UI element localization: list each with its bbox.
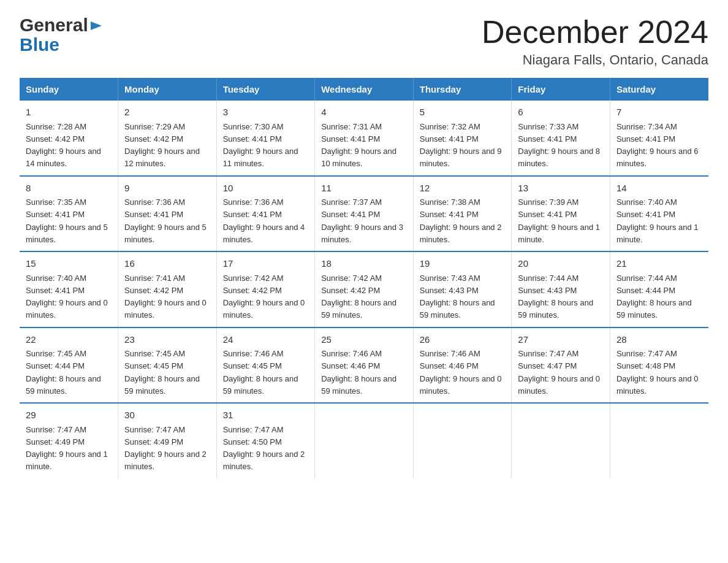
calendar-cell: 16 Sunrise: 7:41 AMSunset: 4:42 PMDaylig… (118, 251, 217, 327)
day-info: Sunrise: 7:35 AMSunset: 4:41 PMDaylight:… (26, 197, 108, 244)
logo-arrow-icon (89, 19, 103, 33)
day-number: 7 (616, 105, 702, 120)
day-info: Sunrise: 7:45 AMSunset: 4:45 PMDaylight:… (124, 349, 200, 396)
calendar-cell (610, 403, 708, 478)
calendar-table: Sunday Monday Tuesday Wednesday Thursday… (20, 78, 708, 478)
day-info: Sunrise: 7:45 AMSunset: 4:44 PMDaylight:… (26, 349, 101, 396)
calendar-cell: 13 Sunrise: 7:39 AMSunset: 4:41 PMDaylig… (512, 176, 610, 252)
calendar-cell: 20 Sunrise: 7:44 AMSunset: 4:43 PMDaylig… (512, 251, 610, 327)
day-info: Sunrise: 7:42 AMSunset: 4:42 PMDaylight:… (223, 274, 305, 320)
day-number: 18 (321, 257, 407, 271)
day-number: 11 (321, 182, 407, 196)
day-number: 12 (420, 182, 506, 196)
day-info: Sunrise: 7:47 AMSunset: 4:49 PMDaylight:… (124, 425, 207, 472)
calendar-cell: 23 Sunrise: 7:45 AMSunset: 4:45 PMDaylig… (118, 327, 217, 404)
day-number: 1 (26, 105, 112, 120)
calendar-cell: 8 Sunrise: 7:35 AMSunset: 4:41 PMDayligh… (20, 176, 118, 252)
calendar-cell: 7 Sunrise: 7:34 AMSunset: 4:41 PMDayligh… (610, 101, 708, 176)
day-info: Sunrise: 7:40 AMSunset: 4:41 PMDaylight:… (616, 197, 699, 244)
month-title: December 2024 (482, 15, 708, 50)
calendar-cell: 6 Sunrise: 7:33 AMSunset: 4:41 PMDayligh… (512, 101, 610, 176)
day-info: Sunrise: 7:42 AMSunset: 4:42 PMDaylight:… (321, 274, 396, 320)
calendar-cell: 21 Sunrise: 7:44 AMSunset: 4:44 PMDaylig… (610, 251, 708, 327)
calendar-cell: 9 Sunrise: 7:36 AMSunset: 4:41 PMDayligh… (118, 176, 217, 252)
calendar-cell: 30 Sunrise: 7:47 AMSunset: 4:49 PMDaylig… (118, 403, 217, 478)
calendar-cell: 3 Sunrise: 7:30 AMSunset: 4:41 PMDayligh… (216, 101, 315, 176)
calendar-cell: 27 Sunrise: 7:47 AMSunset: 4:47 PMDaylig… (512, 327, 610, 404)
calendar-cell: 2 Sunrise: 7:29 AMSunset: 4:42 PMDayligh… (118, 101, 217, 176)
calendar-cell: 5 Sunrise: 7:32 AMSunset: 4:41 PMDayligh… (413, 101, 512, 176)
calendar-cell: 10 Sunrise: 7:36 AMSunset: 4:41 PMDaylig… (216, 176, 315, 252)
logo-blue-text: Blue (20, 34, 59, 55)
day-info: Sunrise: 7:47 AMSunset: 4:47 PMDaylight:… (518, 349, 600, 396)
day-info: Sunrise: 7:36 AMSunset: 4:41 PMDaylight:… (124, 197, 207, 244)
day-info: Sunrise: 7:46 AMSunset: 4:46 PMDaylight:… (321, 349, 396, 396)
calendar-cell: 29 Sunrise: 7:47 AMSunset: 4:49 PMDaylig… (20, 403, 118, 478)
day-info: Sunrise: 7:41 AMSunset: 4:42 PMDaylight:… (124, 274, 207, 320)
day-number: 15 (26, 257, 112, 271)
calendar-cell: 11 Sunrise: 7:37 AMSunset: 4:41 PMDaylig… (315, 176, 414, 252)
day-number: 13 (518, 182, 604, 196)
day-number: 2 (124, 105, 210, 120)
day-info: Sunrise: 7:31 AMSunset: 4:41 PMDaylight:… (321, 122, 396, 169)
logo: General Blue (20, 15, 103, 55)
day-number: 9 (124, 182, 210, 196)
title-section: December 2024 Niagara Falls, Ontario, Ca… (482, 15, 708, 68)
calendar-cell: 18 Sunrise: 7:42 AMSunset: 4:42 PMDaylig… (315, 251, 414, 327)
col-monday: Monday (118, 78, 217, 101)
day-info: Sunrise: 7:38 AMSunset: 4:41 PMDaylight:… (420, 197, 502, 244)
calendar-cell: 31 Sunrise: 7:47 AMSunset: 4:50 PMDaylig… (216, 403, 315, 478)
col-friday: Friday (512, 78, 610, 101)
header-row: Sunday Monday Tuesday Wednesday Thursday… (20, 78, 708, 101)
day-number: 10 (223, 182, 309, 196)
calendar-week-row: 22 Sunrise: 7:45 AMSunset: 4:44 PMDaylig… (20, 327, 708, 404)
day-number: 25 (321, 333, 407, 347)
day-number: 20 (518, 257, 604, 271)
day-info: Sunrise: 7:34 AMSunset: 4:41 PMDaylight:… (616, 122, 699, 169)
calendar-cell: 24 Sunrise: 7:46 AMSunset: 4:45 PMDaylig… (216, 327, 315, 404)
calendar-week-row: 8 Sunrise: 7:35 AMSunset: 4:41 PMDayligh… (20, 176, 708, 252)
day-info: Sunrise: 7:39 AMSunset: 4:41 PMDaylight:… (518, 197, 600, 244)
calendar-cell (512, 403, 610, 478)
day-number: 30 (124, 408, 210, 423)
location-title: Niagara Falls, Ontario, Canada (482, 52, 708, 68)
page-header: General Blue December 2024 Niagara Falls… (20, 15, 708, 68)
col-tuesday: Tuesday (216, 78, 315, 101)
calendar-week-row: 29 Sunrise: 7:47 AMSunset: 4:49 PMDaylig… (20, 403, 708, 478)
svg-marker-0 (91, 21, 102, 30)
day-number: 14 (616, 182, 702, 196)
calendar-cell: 17 Sunrise: 7:42 AMSunset: 4:42 PMDaylig… (216, 251, 315, 327)
calendar-week-row: 15 Sunrise: 7:40 AMSunset: 4:41 PMDaylig… (20, 251, 708, 327)
logo-general-text: General (20, 15, 88, 36)
calendar-body: 1 Sunrise: 7:28 AMSunset: 4:42 PMDayligh… (20, 101, 708, 478)
calendar-cell: 19 Sunrise: 7:43 AMSunset: 4:43 PMDaylig… (413, 251, 512, 327)
calendar-cell: 15 Sunrise: 7:40 AMSunset: 4:41 PMDaylig… (20, 251, 118, 327)
calendar-cell: 28 Sunrise: 7:47 AMSunset: 4:48 PMDaylig… (610, 327, 708, 404)
day-number: 6 (518, 105, 604, 120)
col-saturday: Saturday (610, 78, 708, 101)
day-number: 28 (616, 333, 702, 347)
day-number: 4 (321, 105, 407, 120)
day-number: 8 (26, 182, 112, 196)
calendar-week-row: 1 Sunrise: 7:28 AMSunset: 4:42 PMDayligh… (20, 101, 708, 176)
day-number: 5 (420, 105, 506, 120)
calendar-cell (413, 403, 512, 478)
day-number: 24 (223, 333, 309, 347)
calendar-cell (315, 403, 414, 478)
day-info: Sunrise: 7:44 AMSunset: 4:44 PMDaylight:… (616, 274, 692, 320)
calendar-cell: 25 Sunrise: 7:46 AMSunset: 4:46 PMDaylig… (315, 327, 414, 404)
calendar-header: Sunday Monday Tuesday Wednesday Thursday… (20, 78, 708, 101)
day-number: 22 (26, 333, 112, 347)
day-info: Sunrise: 7:37 AMSunset: 4:41 PMDaylight:… (321, 197, 403, 244)
day-info: Sunrise: 7:29 AMSunset: 4:42 PMDaylight:… (124, 122, 200, 169)
calendar-cell: 22 Sunrise: 7:45 AMSunset: 4:44 PMDaylig… (20, 327, 118, 404)
day-info: Sunrise: 7:44 AMSunset: 4:43 PMDaylight:… (518, 274, 593, 320)
col-thursday: Thursday (413, 78, 512, 101)
calendar-cell: 12 Sunrise: 7:38 AMSunset: 4:41 PMDaylig… (413, 176, 512, 252)
day-info: Sunrise: 7:30 AMSunset: 4:41 PMDaylight:… (223, 122, 298, 169)
day-info: Sunrise: 7:32 AMSunset: 4:41 PMDaylight:… (420, 122, 502, 169)
day-number: 3 (223, 105, 309, 120)
day-number: 16 (124, 257, 210, 271)
calendar-cell: 26 Sunrise: 7:46 AMSunset: 4:46 PMDaylig… (413, 327, 512, 404)
day-number: 27 (518, 333, 604, 347)
